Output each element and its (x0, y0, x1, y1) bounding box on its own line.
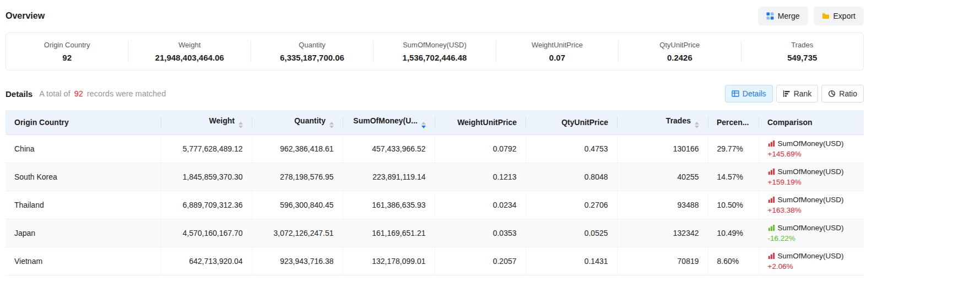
summary-label: Quantity (251, 41, 373, 49)
weight-unit-price-cell: 0.0792 (435, 135, 526, 163)
summary-value: 549,735 (741, 53, 863, 62)
export-icon (822, 12, 830, 20)
quantity-cell: 278,198,576.95 (252, 163, 343, 191)
table-header-row: Origin Country Weight Quantity SumOfMone… (6, 110, 864, 135)
summary-item-qty-unit-price: QtyUnitPrice 0.2426 (618, 41, 740, 62)
details-bar: Details A total of 92 records were match… (6, 85, 864, 102)
weight-cell: 6,889,709,312.36 (161, 191, 252, 219)
mini-bar-chart-icon (768, 252, 775, 260)
quantity-cell: 923,943,716.38 (252, 247, 343, 275)
country-cell: South Korea (6, 163, 161, 191)
view-details-button[interactable]: Details (725, 85, 773, 102)
comparison-label: SumOfMoney(USD) (778, 252, 844, 260)
comparison-change: +145.69% (768, 150, 856, 158)
table-icon (732, 90, 739, 98)
export-button[interactable]: Export (814, 7, 864, 25)
comparison-label: SumOfMoney(USD) (778, 139, 844, 148)
trades-cell: 93488 (617, 191, 708, 219)
table-row[interactable]: Thailand 6,889,709,312.36 596,300,840.45… (6, 191, 864, 219)
summary-label: QtyUnitPrice (619, 41, 740, 49)
comparison-cell: SumOfMoney(USD) +2.06% (759, 247, 864, 275)
percent-cell: 10.50% (708, 191, 759, 219)
percent-cell: 8.60% (708, 247, 759, 275)
summary-value: 6,335,187,700.06 (251, 53, 373, 62)
topbar-actions: Merge Export (758, 7, 864, 25)
sum-cell: 132,178,099.01 (343, 247, 435, 275)
column-header-weight-unit-price: WeightUnitPrice (435, 110, 526, 135)
merge-button[interactable]: Merge (758, 7, 808, 25)
quantity-cell: 962,386,418.61 (252, 135, 343, 163)
trades-cell: 132342 (617, 219, 708, 247)
country-cell: Vietnam (6, 247, 161, 275)
comparison-cell: SumOfMoney(USD) +159.19% (759, 163, 864, 191)
percent-cell: 10.49% (708, 219, 759, 247)
summary-item-weight: Weight 21,948,403,464.06 (128, 41, 250, 62)
sort-icon[interactable] (421, 122, 426, 128)
column-header-trades[interactable]: Trades (617, 110, 708, 135)
sort-icon[interactable] (239, 122, 243, 128)
weight-unit-price-cell: 0.1213 (435, 163, 526, 191)
summary-item-trades: Trades 549,735 (741, 41, 863, 62)
trades-cell: 40255 (617, 163, 708, 191)
summary-stats: Origin Country 92 Weight 21,948,403,464.… (6, 33, 864, 71)
summary-value: 21,948,403,464.06 (128, 53, 250, 62)
view-details-label: Details (743, 89, 766, 98)
topbar: Overview Merge Export (6, 0, 864, 33)
column-header-comparison: Comparison (759, 110, 864, 135)
comparison-label: SumOfMoney(USD) (778, 224, 844, 232)
table-row[interactable]: Japan 4,570,160,167.70 3,072,126,247.51 … (6, 219, 864, 247)
merge-icon (766, 12, 774, 20)
sort-icon[interactable] (695, 122, 699, 128)
summary-label: SumOfMoney(USD) (373, 41, 495, 49)
comparison-change: -16.22% (768, 234, 856, 242)
comparison-change: +163.38% (768, 206, 856, 214)
page-title: Overview (6, 11, 45, 21)
mini-bar-chart-icon (768, 224, 775, 231)
weight-unit-price-cell: 0.0234 (435, 191, 526, 219)
table-row[interactable]: South Korea 1,845,859,370.30 278,198,576… (6, 163, 864, 191)
pie-chart-icon (828, 90, 836, 98)
country-cell: China (6, 135, 161, 163)
table-row[interactable]: China 5,777,628,489.12 962,386,418.61 45… (6, 135, 864, 163)
comparison-cell: SumOfMoney(USD) +163.38% (759, 191, 864, 219)
page: Overview Merge Export Origin Country 92 … (6, 0, 864, 275)
weight-unit-price-cell: 0.2057 (435, 247, 526, 275)
trades-cell: 70819 (617, 247, 708, 275)
view-ratio-button[interactable]: Ratio (821, 85, 864, 102)
comparison-label: SumOfMoney(USD) (778, 196, 844, 204)
summary-value: 92 (6, 53, 128, 62)
quantity-cell: 596,300,840.45 (252, 191, 343, 219)
summary-label: Trades (741, 41, 863, 49)
rank-icon (783, 90, 791, 98)
mini-bar-chart-icon (768, 196, 775, 203)
country-cell: Thailand (6, 191, 161, 219)
qty-unit-price-cell: 0.4753 (526, 135, 617, 163)
summary-label: Weight (128, 41, 250, 49)
sum-cell: 223,891,119.14 (343, 163, 435, 191)
trades-cell: 130166 (617, 135, 708, 163)
details-title: Details (6, 89, 33, 99)
weight-unit-price-cell: 0.0353 (435, 219, 526, 247)
column-header-quantity[interactable]: Quantity (252, 110, 343, 135)
column-header-sum-of-money[interactable]: SumOfMoney(U... (343, 110, 435, 135)
comparison-label: SumOfMoney(USD) (778, 167, 844, 176)
merge-button-label: Merge (778, 12, 800, 20)
column-header-weight[interactable]: Weight (161, 110, 252, 135)
qty-unit-price-cell: 0.1431 (526, 247, 617, 275)
view-rank-label: Rank (794, 89, 812, 98)
column-header-percent: Percen... (708, 110, 759, 135)
weight-cell: 1,845,859,370.30 (161, 163, 252, 191)
weight-cell: 4,570,160,167.70 (161, 219, 252, 247)
country-cell: Japan (6, 219, 161, 247)
view-rank-button[interactable]: Rank (776, 85, 819, 102)
summary-item-origin-country: Origin Country 92 (6, 41, 128, 62)
table-row[interactable]: Vietnam 642,713,920.04 923,943,716.38 13… (6, 247, 864, 275)
percent-cell: 29.77% (708, 135, 759, 163)
comparison-cell: SumOfMoney(USD) -16.22% (759, 219, 864, 247)
percent-cell: 14.57% (708, 163, 759, 191)
weight-cell: 5,777,628,489.12 (161, 135, 252, 163)
qty-unit-price-cell: 0.8048 (526, 163, 617, 191)
sort-icon[interactable] (329, 122, 334, 128)
summary-item-sum-of-money: SumOfMoney(USD) 1,536,702,446.48 (373, 41, 495, 62)
comparison-change: +2.06% (768, 262, 856, 271)
